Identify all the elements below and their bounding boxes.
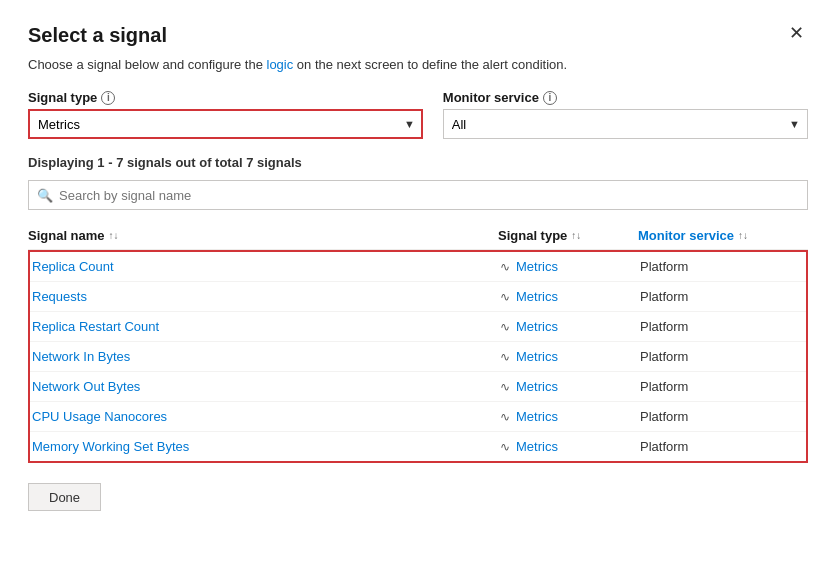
description-text2: on the next screen to define the alert c…	[293, 57, 567, 72]
signal-name-cell: Memory Working Set Bytes	[30, 439, 500, 454]
signal-type-value: Metrics	[516, 319, 558, 334]
table-row: Network In Bytes ∿ Metrics Platform	[30, 342, 806, 372]
monitor-service-cell: Platform	[640, 349, 806, 364]
signal-table: Signal name ↑↓ Signal type ↑↓ Monitor se…	[28, 222, 808, 463]
signal-name-link[interactable]: Memory Working Set Bytes	[32, 439, 189, 454]
signal-name-link[interactable]: CPU Usage Nanocores	[32, 409, 167, 424]
signal-type-cell: ∿ Metrics	[500, 379, 640, 394]
signal-type-select-wrapper: Metrics ▼	[28, 109, 423, 139]
table-row: Requests ∿ Metrics Platform	[30, 282, 806, 312]
signal-type-label: Signal type i	[28, 90, 423, 105]
signal-type-group: Signal type i Metrics ▼	[28, 90, 423, 139]
signal-type-value: Metrics	[516, 289, 558, 304]
metrics-chart-icon: ∿	[500, 260, 510, 274]
signal-type-cell: ∿ Metrics	[500, 289, 640, 304]
table-row: Replica Count ∿ Metrics Platform	[30, 252, 806, 282]
signal-name-link[interactable]: Replica Restart Count	[32, 319, 159, 334]
table-header: Signal name ↑↓ Signal type ↑↓ Monitor se…	[28, 222, 808, 250]
modal-header: Select a signal ✕	[28, 24, 808, 47]
description-text: Choose a signal below and configure the	[28, 57, 267, 72]
col-header-monitor-service: Monitor service ↑↓	[638, 228, 808, 243]
signal-type-select[interactable]: Metrics	[28, 109, 423, 139]
monitor-service-select-wrapper: All ▼	[443, 109, 808, 139]
signal-name-cell: CPU Usage Nanocores	[30, 409, 500, 424]
table-row: CPU Usage Nanocores ∿ Metrics Platform	[30, 402, 806, 432]
signal-name-cell: Requests	[30, 289, 500, 304]
close-button[interactable]: ✕	[785, 24, 808, 42]
col-header-signal-name: Signal name ↑↓	[28, 228, 498, 243]
signal-type-cell: ∿ Metrics	[500, 259, 640, 274]
monitor-service-cell: Platform	[640, 319, 806, 334]
monitor-service-cell: Platform	[640, 289, 806, 304]
signal-type-cell: ∿ Metrics	[500, 439, 640, 454]
table-row: Memory Working Set Bytes ∿ Metrics Platf…	[30, 432, 806, 461]
table-row: Replica Restart Count ∿ Metrics Platform	[30, 312, 806, 342]
signal-name-link[interactable]: Network Out Bytes	[32, 379, 140, 394]
signal-type-cell: ∿ Metrics	[500, 319, 640, 334]
col-header-signal-type: Signal type ↑↓	[498, 228, 638, 243]
monitor-service-info-icon: i	[543, 91, 557, 105]
signal-name-cell: Replica Restart Count	[30, 319, 500, 334]
monitor-service-group: Monitor service i All ▼	[443, 90, 808, 139]
metrics-chart-icon: ∿	[500, 290, 510, 304]
search-input[interactable]	[59, 188, 799, 203]
signal-type-value: Metrics	[516, 379, 558, 394]
metrics-chart-icon: ∿	[500, 350, 510, 364]
metrics-chart-icon: ∿	[500, 440, 510, 454]
modal-title: Select a signal	[28, 24, 167, 47]
signal-type-value: Metrics	[516, 409, 558, 424]
table-row: Network Out Bytes ∿ Metrics Platform	[30, 372, 806, 402]
signal-type-info-icon: i	[101, 91, 115, 105]
metrics-chart-icon: ∿	[500, 410, 510, 424]
signal-name-link[interactable]: Network In Bytes	[32, 349, 130, 364]
select-signal-modal: Select a signal ✕ Choose a signal below …	[0, 0, 836, 564]
metrics-chart-icon: ∿	[500, 380, 510, 394]
monitor-service-cell: Platform	[640, 259, 806, 274]
metrics-chart-icon: ∿	[500, 320, 510, 334]
logic-link[interactable]: logic	[267, 57, 294, 72]
signal-type-value: Metrics	[516, 259, 558, 274]
signal-name-cell: Replica Count	[30, 259, 500, 274]
search-box[interactable]: 🔍	[28, 180, 808, 210]
done-button[interactable]: Done	[28, 483, 101, 511]
filters-row: Signal type i Metrics ▼ Monitor service …	[28, 90, 808, 139]
monitor-service-cell: Platform	[640, 379, 806, 394]
description: Choose a signal below and configure the …	[28, 57, 808, 72]
signal-name-cell: Network Out Bytes	[30, 379, 500, 394]
signal-type-cell: ∿ Metrics	[500, 409, 640, 424]
monitor-service-sort-icon[interactable]: ↑↓	[738, 230, 748, 241]
signal-name-sort-icon[interactable]: ↑↓	[109, 230, 119, 241]
monitor-service-cell: Platform	[640, 439, 806, 454]
monitor-service-select[interactable]: All	[443, 109, 808, 139]
signal-name-link[interactable]: Requests	[32, 289, 87, 304]
signal-type-sort-icon[interactable]: ↑↓	[571, 230, 581, 241]
footer: Done	[28, 483, 808, 511]
monitor-service-cell: Platform	[640, 409, 806, 424]
signal-name-link[interactable]: Replica Count	[32, 259, 114, 274]
signal-type-value: Metrics	[516, 349, 558, 364]
signal-name-cell: Network In Bytes	[30, 349, 500, 364]
signal-type-cell: ∿ Metrics	[500, 349, 640, 364]
signal-type-value: Metrics	[516, 439, 558, 454]
monitor-service-label: Monitor service i	[443, 90, 808, 105]
search-icon: 🔍	[37, 188, 53, 203]
displaying-text: Displaying 1 - 7 signals out of total 7 …	[28, 155, 808, 170]
table-body: Replica Count ∿ Metrics Platform Request…	[28, 250, 808, 463]
